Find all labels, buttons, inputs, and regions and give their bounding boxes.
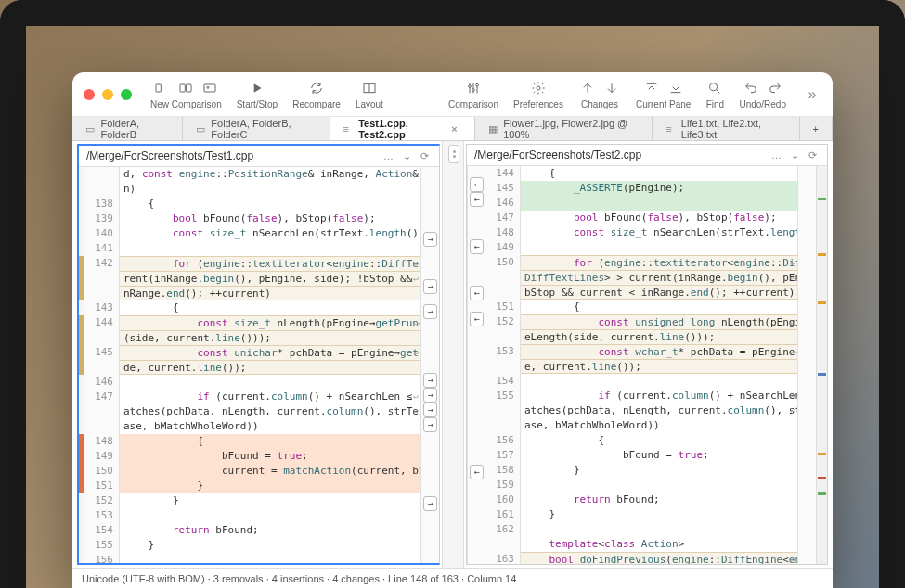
pane-refresh-button[interactable]: ⟳ (806, 149, 820, 161)
toolbar-start-stop[interactable]: Start/Stop (233, 79, 281, 109)
code-line[interactable]: const unichar* pchData = pEngine→getLine… (120, 345, 420, 360)
tab-2[interactable]: ≡Test1.cpp, Test2.cpp× (330, 117, 475, 140)
tab-0[interactable]: ▭FolderA, FolderB (72, 117, 183, 140)
code-line[interactable]: { (521, 300, 797, 314)
code-line[interactable]: const unsigned long nLength(pEngine→getP… (521, 314, 797, 329)
code-line[interactable]: } (120, 538, 420, 553)
merge-right-button[interactable]: → (423, 232, 437, 247)
left-code-area[interactable]: 1381391401411421431441451461471481491501… (79, 167, 439, 563)
toolbar-comparison[interactable]: Comparison (445, 79, 502, 109)
code-line[interactable]: bStop && current < inRange.end(); ++curr… (521, 285, 797, 300)
code-line[interactable] (120, 508, 420, 523)
pane-resize-handle[interactable] (448, 145, 459, 163)
code-line[interactable]: const size_t nSearchLen(strText.length()… (521, 225, 797, 240)
code-line[interactable]: const size_t nLength(pEngine→getPrunedLi… (120, 315, 420, 330)
code-line[interactable]: _ASSERTE(pEngine); (521, 181, 797, 196)
close-tab-icon[interactable]: × (451, 123, 461, 134)
code-line[interactable]: DiffTextLines> > current(inRange.begin()… (521, 270, 797, 285)
path-dropdown-button[interactable]: ⌄ (400, 150, 414, 162)
code-line[interactable]: (side, current.line())); (120, 330, 420, 345)
new-tab-button[interactable]: + (800, 117, 833, 140)
merge-right-button[interactable]: → (423, 388, 437, 403)
code-line[interactable]: } (120, 479, 420, 493)
code-line[interactable] (120, 375, 420, 390)
code-line[interactable]: if (current.column() + nSearchLen ≤ nLen… (120, 390, 420, 404)
left-code[interactable]: d, const engine::PositionRange& inRange,… (120, 167, 420, 563)
toolbar-current-pane[interactable]: Current Pane (632, 79, 694, 109)
toolbar-recompare[interactable]: Recompare (289, 79, 344, 109)
toolbar-undo-redo[interactable]: Undo/Redo (735, 79, 790, 109)
merge-left-button[interactable]: ← (470, 192, 484, 207)
merge-right-button[interactable]: → (423, 373, 437, 388)
code-line[interactable]: n) (120, 182, 420, 197)
code-line[interactable] (120, 553, 420, 563)
code-line[interactable]: bool bFound(false), bStop(false); (521, 211, 797, 225)
path-menu-button[interactable]: … (769, 149, 784, 160)
toolbar-preferences[interactable]: Preferences (510, 79, 567, 109)
code-line[interactable]: bFound = true; (120, 449, 420, 464)
code-line[interactable]: d, const engine::PositionRange& inRange,… (120, 167, 420, 182)
code-line[interactable]: for (engine::textiterator<engine::DiffEn… (521, 255, 797, 270)
merge-right-button[interactable]: → (423, 496, 437, 511)
path-menu-button[interactable]: … (381, 150, 396, 161)
toolbar-layout[interactable]: Layout (352, 79, 387, 109)
merge-left-button[interactable]: ← (470, 239, 484, 254)
code-line[interactable] (521, 240, 797, 255)
fullscreen-window-button[interactable] (121, 89, 132, 100)
merge-left-button[interactable]: ← (470, 465, 484, 479)
code-line[interactable]: bool doFindPrevious(engine::DiffEngine<e… (521, 552, 797, 564)
code-line[interactable]: const wchar_t* pchData = pEngine→getLine… (521, 344, 797, 359)
code-line[interactable]: rent(inRange.begin(), pEngine, side); !b… (120, 271, 420, 286)
code-line[interactable]: return bFound; (521, 492, 797, 507)
code-line[interactable]: current = matchAction(current, bStop); (120, 464, 420, 479)
overflow-icon[interactable]: » (803, 85, 821, 104)
code-line[interactable] (521, 196, 797, 211)
code-line[interactable]: } (521, 463, 797, 478)
code-line[interactable] (120, 241, 420, 256)
merge-right-button[interactable]: → (423, 417, 437, 432)
tab-3[interactable]: ▦Flower1.jpg, Flower2.jpg @ 100% (475, 117, 653, 140)
toolbar-new-comparison[interactable]: New Comparison (147, 79, 226, 109)
code-line[interactable]: { (120, 300, 420, 315)
code-line[interactable]: } (521, 507, 797, 522)
merge-right-button[interactable]: → (423, 304, 437, 319)
code-line[interactable]: e, current.line()); (521, 359, 797, 374)
code-line[interactable]: { (120, 197, 420, 211)
code-line[interactable]: } (120, 493, 420, 508)
merge-left-button[interactable]: ← (470, 286, 484, 300)
close-window-button[interactable] (84, 89, 95, 100)
right-code[interactable]: { _ASSERTE(pEngine); bool bFound(false),… (521, 166, 797, 564)
code-line[interactable] (521, 522, 797, 537)
code-line[interactable]: ase, bMatchWholeWord)) (120, 419, 420, 434)
code-line[interactable]: if (current.column() + nSearchLen ≤ nLen… (521, 389, 797, 403)
code-line[interactable]: nRange.end(); ++current) (120, 286, 420, 300)
tab-4[interactable]: ≡Life1.txt, Life2.txt, Life3.txt (653, 117, 799, 140)
code-line[interactable]: template<class Action> (521, 537, 797, 552)
merge-right-button[interactable]: → (423, 279, 437, 294)
overview-strip[interactable] (816, 166, 827, 564)
code-line[interactable]: { (521, 433, 797, 448)
right-code-area[interactable]: ←←←←←← 144145146147148149150151152153154… (467, 166, 827, 564)
merge-left-button[interactable]: ← (470, 312, 484, 326)
code-line[interactable] (521, 374, 797, 389)
code-line[interactable]: return bFound; (120, 523, 420, 538)
merge-right-button[interactable]: → (423, 403, 437, 417)
merge-left-button[interactable]: ← (470, 177, 484, 192)
tab-1[interactable]: ▭FolderA, FolderB, FolderC (183, 117, 330, 140)
code-line[interactable]: bool bFound(false), bStop(false); (120, 211, 420, 226)
code-line[interactable]: bFound = true; (521, 448, 797, 463)
code-line[interactable]: { (120, 434, 420, 449)
toolbar-find[interactable]: Find (702, 79, 728, 109)
code-line[interactable]: atches(pchData, nLength, current.column(… (120, 404, 420, 419)
toolbar-changes[interactable]: Changes (575, 79, 625, 109)
code-line[interactable]: de, current.line()); (120, 360, 420, 375)
code-line[interactable]: atches(pchData, nLength, current.column(… (521, 403, 797, 418)
path-dropdown-button[interactable]: ⌄ (788, 149, 802, 161)
code-line[interactable]: for (engine::textiterator<engine::DiffTe… (120, 256, 420, 271)
code-line[interactable]: { (521, 166, 797, 181)
code-line[interactable]: const size_t nSearchLen(strText.length()… (120, 226, 420, 241)
code-line[interactable]: ase, bMatchWholeWord)) (521, 418, 797, 433)
code-line[interactable]: eLength(side, current.line())); (521, 329, 797, 344)
minimize-window-button[interactable] (102, 89, 113, 100)
code-line[interactable] (521, 478, 797, 492)
